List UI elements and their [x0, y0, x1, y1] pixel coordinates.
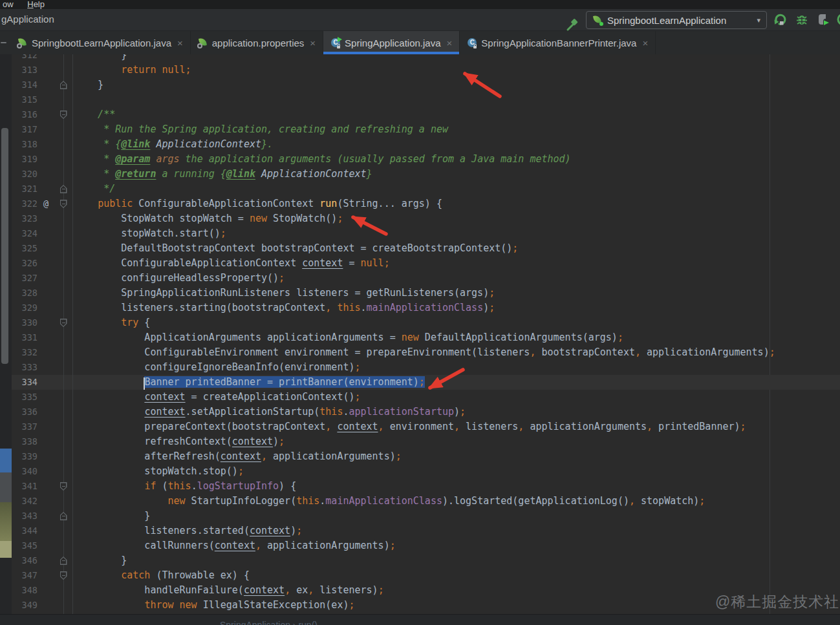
code-text[interactable]: StopWatch stopWatch = new StopWatch(); [72, 211, 840, 226]
code-line-339[interactable]: 339 afterRefresh(context, applicationArg… [12, 449, 840, 464]
code-text[interactable]: ConfigurableEnvironment environment = pr… [72, 345, 840, 360]
annotation-gutter-icon[interactable]: @ [38, 196, 54, 211]
run-rerun-icon[interactable] [772, 12, 788, 27]
code-line-340[interactable]: 340 stopWatch.stop(); [12, 464, 840, 479]
code-line-327[interactable]: 327 configureHeadlessProperty(); [12, 271, 840, 286]
code-text[interactable]: catch (Throwable ex) { [72, 568, 840, 583]
code-line-319[interactable]: 319 * @param args the application argume… [12, 152, 840, 167]
code-line-314[interactable]: 314 } [12, 78, 840, 92]
code-line-341[interactable]: 341 if (this.logStartupInfo) { [12, 479, 840, 494]
code-text[interactable]: stopWatch.stop(); [72, 464, 840, 479]
breadcrumb[interactable]: gApplication [1, 14, 54, 25]
code-line-338[interactable]: 338 refreshContext(context); [12, 434, 840, 449]
code-text[interactable]: listeners.started(context); [72, 524, 840, 538]
code-text[interactable]: listeners.starting(bootstrapContext, thi… [72, 301, 840, 315]
code-line-320[interactable]: 320 * @return a running {@link Applicati… [12, 167, 840, 182]
code-line-323[interactable]: 323 StopWatch stopWatch = new StopWatch(… [12, 211, 840, 226]
code-text[interactable]: context = createApplicationContext(); [72, 390, 840, 405]
code-line-343[interactable]: 343 } [12, 509, 840, 524]
code-line-342[interactable]: 342 new StartupInfoLogger(this.mainAppli… [12, 494, 840, 509]
code-line-325[interactable]: 325 DefaultBootstrapContext bootstrapCon… [12, 241, 840, 256]
code-text[interactable]: callRunners(context, applicationArgument… [72, 538, 840, 553]
tab-application-properties[interactable]: application.properties× [191, 31, 323, 54]
code-text[interactable]: public ConfigurableApplicationContext ru… [72, 196, 840, 211]
code-line-337[interactable]: 337 prepareContext(bootstrapContext, con… [12, 419, 840, 434]
tab-close-icon[interactable]: × [447, 37, 453, 48]
code-line-345[interactable]: 345 callRunners(context, applicationArgu… [12, 538, 840, 553]
run-configuration-select[interactable]: SpringbootLearnApplication ▾ [586, 11, 767, 29]
code-text[interactable]: new StartupInfoLogger(this.mainApplicati… [72, 494, 840, 509]
code-text[interactable]: refreshContext(context); [72, 434, 840, 449]
code-line-329[interactable]: 329 listeners.starting(bootstrapContext,… [12, 301, 840, 315]
fold-marker-start-icon[interactable] [60, 319, 67, 327]
code-text[interactable]: } [72, 509, 840, 524]
tab-springapplication-java[interactable]: SpringApplication.java× [323, 31, 460, 54]
tab-springbootlearnapplication-java[interactable]: SpringbootLearnApplication.java× [10, 31, 191, 54]
code-line-321[interactable]: 321 */ [12, 182, 840, 196]
tab-close-icon[interactable]: × [177, 37, 183, 48]
tab-overflow-dash[interactable] [0, 31, 10, 54]
code-line-318[interactable]: 318 * {@link ApplicationContext}. [12, 137, 840, 152]
code-line-332[interactable]: 332 ConfigurableEnvironment environment … [12, 345, 840, 360]
tab-springapplicationbannerprinter-java[interactable]: SpringApplicationBannerPrinter.java× [460, 31, 656, 54]
code-text[interactable]: Banner printedBanner = printBanner(envir… [72, 375, 840, 390]
fold-marker-end-icon[interactable] [60, 512, 67, 520]
code-text[interactable]: * @return a running {@link ApplicationCo… [72, 167, 840, 182]
code-text[interactable]: } [72, 78, 840, 92]
code-text[interactable]: afterRefresh(context, applicationArgumen… [72, 449, 840, 464]
fold-marker-start-icon[interactable] [60, 200, 67, 208]
code-line-312[interactable]: 312 } [12, 54, 840, 63]
code-text[interactable] [72, 92, 840, 107]
fold-marker-start-icon[interactable] [60, 571, 67, 580]
code-line-322[interactable]: 322@ public ConfigurableApplicationConte… [12, 196, 840, 211]
fold-marker-end-icon[interactable] [60, 556, 67, 565]
code-line-347[interactable]: 347 catch (Throwable ex) { [12, 568, 840, 583]
code-text[interactable]: try { [72, 315, 840, 330]
fold-marker-start-icon[interactable] [60, 111, 67, 119]
code-text[interactable]: */ [72, 182, 840, 196]
menu-item-window-partial[interactable]: ow [3, 0, 14, 8]
code-line-346[interactable]: 346 } [12, 553, 840, 568]
bottom-breadcrumb[interactable]: SpringApplication › run() [220, 620, 318, 625]
code-text[interactable]: /** [72, 107, 840, 122]
debug-bug-icon[interactable] [794, 12, 810, 27]
selected-text[interactable]: Banner printedBanner = printBanner(envir… [144, 376, 424, 388]
code-text[interactable]: DefaultBootstrapContext bootstrapContext… [72, 241, 840, 256]
code-line-313[interactable]: 313 return null; [12, 63, 840, 78]
fold-marker-end-icon[interactable] [60, 81, 67, 89]
code-text[interactable]: * Run the Spring application, creating a… [72, 122, 840, 137]
code-line-335[interactable]: 335 context = createApplicationContext()… [12, 390, 840, 405]
code-line-315[interactable]: 315 [12, 92, 840, 107]
tab-close-icon[interactable]: × [642, 37, 648, 48]
code-line-316[interactable]: 316 /** [12, 107, 840, 122]
toolbar-edge-icon-partial[interactable] [835, 12, 840, 27]
code-line-344[interactable]: 344 listeners.started(context); [12, 524, 840, 538]
code-text[interactable]: SpringApplicationRunListeners listeners … [72, 286, 840, 301]
code-line-333[interactable]: 333 configureIgnoreBeanInfo(environment)… [12, 360, 840, 375]
code-line-330[interactable]: 330 try { [12, 315, 840, 330]
code-text[interactable]: if (this.logStartupInfo) { [72, 479, 840, 494]
code-text[interactable]: return null; [72, 63, 840, 78]
code-text[interactable]: stopWatch.start(); [72, 226, 840, 241]
code-text[interactable]: } [72, 54, 840, 63]
code-line-331[interactable]: 331 ApplicationArguments applicationArgu… [12, 330, 840, 345]
code-text[interactable]: context.setApplicationStartup(this.appli… [72, 405, 840, 419]
fold-marker-end-icon[interactable] [60, 185, 67, 193]
code-text[interactable]: ConfigurableApplicationContext context =… [72, 256, 840, 271]
code-text[interactable]: * {@link ApplicationContext}. [72, 137, 840, 152]
code-text[interactable]: configureIgnoreBeanInfo(environment); [72, 360, 840, 375]
code-line-317[interactable]: 317 * Run the Spring application, creati… [12, 122, 840, 137]
code-line-328[interactable]: 328 SpringApplicationRunListeners listen… [12, 286, 840, 301]
code-line-324[interactable]: 324 stopWatch.start(); [12, 226, 840, 241]
code-text[interactable]: ApplicationArguments applicationArgument… [72, 330, 840, 345]
tab-close-icon[interactable]: × [310, 37, 316, 48]
scrollbar-thumb[interactable] [1, 128, 8, 364]
code-text[interactable]: } [72, 553, 840, 568]
code-line-334[interactable]: 334 Banner printedBanner = printBanner(e… [12, 375, 840, 390]
menu-item-help[interactable]: Help [27, 0, 45, 8]
code-editor[interactable]: 312 }313 return null;314 }315316 /**317 … [12, 54, 840, 614]
profiler-shield-play-icon[interactable] [815, 12, 831, 27]
fold-marker-start-icon[interactable] [60, 482, 67, 491]
code-line-326[interactable]: 326 ConfigurableApplicationContext conte… [12, 256, 840, 271]
code-line-336[interactable]: 336 context.setApplicationStartup(this.a… [12, 405, 840, 419]
